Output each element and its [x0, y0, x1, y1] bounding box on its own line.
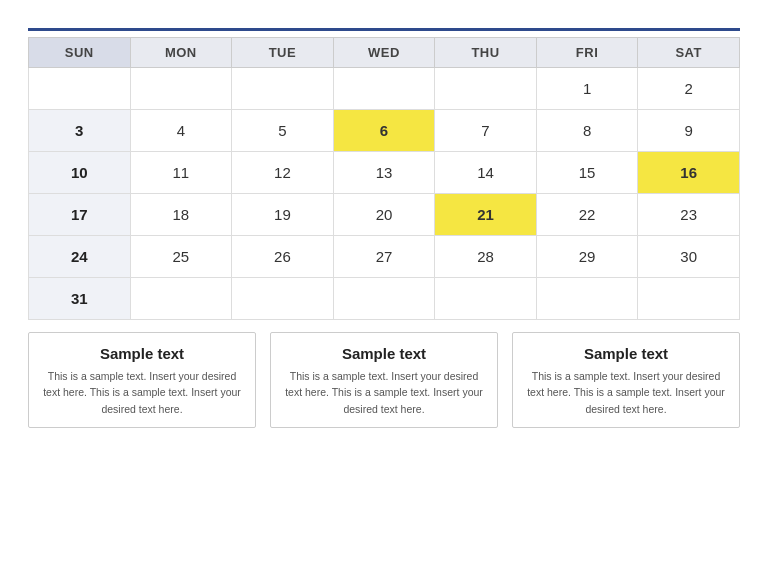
calendar-cell — [435, 68, 537, 110]
info-box-1: Sample text This is a sample text. Inser… — [28, 332, 256, 428]
calendar-cell: 7 — [435, 110, 537, 152]
calendar-cell — [536, 278, 638, 320]
col-header-mon: MON — [130, 38, 232, 68]
calendar-cell: 4 — [130, 110, 232, 152]
calendar-cell: 3 — [29, 110, 131, 152]
calendar-cell: 31 — [29, 278, 131, 320]
info-boxes-container: Sample text This is a sample text. Inser… — [28, 332, 740, 428]
col-header-fri: FRI — [536, 38, 638, 68]
calendar-cell: 1 — [536, 68, 638, 110]
calendar-cell: 27 — [333, 236, 435, 278]
calendar-cell — [29, 68, 131, 110]
calendar-cell: 22 — [536, 194, 638, 236]
col-header-sat: SAT — [638, 38, 740, 68]
calendar-cell: 19 — [232, 194, 334, 236]
calendar-cell — [333, 278, 435, 320]
calendar-cell: 9 — [638, 110, 740, 152]
calendar-cell — [333, 68, 435, 110]
calendar-cell: 2 — [638, 68, 740, 110]
col-header-wed: WED — [333, 38, 435, 68]
calendar-cell: 30 — [638, 236, 740, 278]
info-box-2: Sample text This is a sample text. Inser… — [270, 332, 498, 428]
calendar-cell — [435, 278, 537, 320]
calendar-cell: 29 — [536, 236, 638, 278]
info-box-3-title: Sample text — [527, 345, 725, 362]
calendar-cell — [232, 278, 334, 320]
calendar-cell: 28 — [435, 236, 537, 278]
calendar-cell: 18 — [130, 194, 232, 236]
info-box-1-title: Sample text — [43, 345, 241, 362]
calendar-cell — [232, 68, 334, 110]
calendar-cell — [638, 278, 740, 320]
calendar-cell: 23 — [638, 194, 740, 236]
calendar-cell: 12 — [232, 152, 334, 194]
calendar-cell: 10 — [29, 152, 131, 194]
header-divider — [28, 28, 740, 31]
info-box-3: Sample text This is a sample text. Inser… — [512, 332, 740, 428]
calendar-cell: 5 — [232, 110, 334, 152]
calendar-cell: 16 — [638, 152, 740, 194]
col-header-tue: TUE — [232, 38, 334, 68]
calendar-cell — [130, 68, 232, 110]
calendar-cell — [130, 278, 232, 320]
calendar-cell: 21 — [435, 194, 537, 236]
calendar-cell: 8 — [536, 110, 638, 152]
calendar-cell: 14 — [435, 152, 537, 194]
calendar-cell: 15 — [536, 152, 638, 194]
col-header-thu: THU — [435, 38, 537, 68]
info-box-2-body: This is a sample text. Insert your desir… — [285, 368, 483, 417]
info-box-2-title: Sample text — [285, 345, 483, 362]
calendar-cell: 11 — [130, 152, 232, 194]
calendar-cell: 13 — [333, 152, 435, 194]
info-box-3-body: This is a sample text. Insert your desir… — [527, 368, 725, 417]
calendar-cell: 17 — [29, 194, 131, 236]
calendar-table: SUNMONTUEWEDTHUFRISAT 123456789101112131… — [28, 37, 740, 320]
calendar-cell: 6 — [333, 110, 435, 152]
calendar-cell: 20 — [333, 194, 435, 236]
calendar-cell: 25 — [130, 236, 232, 278]
calendar-cell: 26 — [232, 236, 334, 278]
col-header-sun: SUN — [29, 38, 131, 68]
info-box-1-body: This is a sample text. Insert your desir… — [43, 368, 241, 417]
calendar-cell: 24 — [29, 236, 131, 278]
